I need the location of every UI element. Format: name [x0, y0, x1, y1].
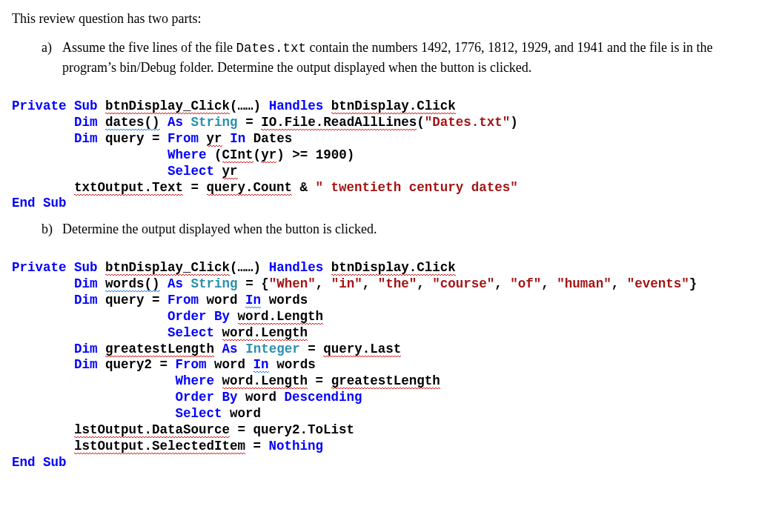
- kw: Dim: [74, 131, 98, 146]
- expr: query.Count: [207, 180, 293, 196]
- type: String: [191, 115, 238, 130]
- fn: CInt: [222, 147, 253, 163]
- paren: ): [510, 115, 518, 130]
- params: (……): [230, 260, 261, 275]
- var: greatestLength: [105, 342, 214, 357]
- string: "human": [557, 276, 611, 291]
- kw: Where: [176, 373, 215, 388]
- kw: From: [168, 293, 199, 307]
- kw: Dim: [74, 293, 98, 307]
- string: "Dates.txt": [425, 115, 511, 130]
- kw: Sub: [74, 260, 98, 275]
- var: yr: [261, 147, 276, 163]
- eq: =: [300, 342, 324, 356]
- string: "of": [510, 276, 541, 291]
- method-name: btnDisplay_Click: [105, 260, 230, 276]
- var: words: [269, 357, 316, 372]
- expr: word.Length: [238, 309, 324, 325]
- kw: Dim: [74, 115, 98, 130]
- method-name: btnDisplay_Click: [105, 99, 230, 114]
- expr: query.Last: [323, 342, 401, 357]
- kw: Nothing: [269, 439, 324, 453]
- string: "events": [627, 276, 689, 291]
- var: words(): [105, 276, 160, 292]
- event: btnDisplay.Click: [331, 260, 456, 276]
- type: Integer: [245, 342, 300, 356]
- var: greatestLength: [331, 373, 440, 389]
- kw: Handles: [269, 99, 324, 113]
- op: &: [292, 180, 316, 195]
- kw: From: [168, 131, 199, 146]
- paren: (: [214, 147, 222, 162]
- type: String: [191, 276, 238, 291]
- eq: =: [183, 180, 207, 195]
- code-block-a: Private Sub btnDisplay_Click(……) Handles…: [12, 82, 747, 212]
- comma: ,: [611, 276, 627, 291]
- comma: ,: [417, 276, 432, 291]
- kw: Private: [12, 99, 67, 113]
- prop: lstOutput.DataSource: [74, 422, 230, 438]
- kw: In: [253, 357, 269, 373]
- var: query =: [105, 131, 168, 146]
- part-b: b) Determine the output displayed when t…: [42, 219, 747, 239]
- code-block-b: Private Sub btnDisplay_Click(……) Handles…: [12, 244, 747, 471]
- comma: ,: [494, 276, 510, 291]
- var: query2 =: [105, 357, 176, 372]
- comma: ,: [541, 276, 557, 291]
- kw: Private: [12, 260, 67, 275]
- string: "When": [269, 276, 316, 291]
- var: word: [207, 293, 246, 307]
- intro-text: This review question has two parts:: [12, 9, 747, 29]
- comma: ,: [362, 276, 378, 291]
- var: word: [238, 390, 285, 405]
- kw: As: [168, 115, 183, 130]
- kw: In: [230, 131, 245, 146]
- kw: Descending: [285, 390, 362, 405]
- part-a: a) Assume the five lines of the file Dat…: [42, 38, 747, 78]
- var: dates(): [105, 115, 160, 130]
- kw: As: [168, 276, 183, 291]
- kw: Select: [168, 164, 214, 179]
- var: yr: [207, 131, 222, 147]
- part-a-text: Assume the five lines of the file Dates.…: [62, 38, 747, 78]
- string: " twentieth century dates": [316, 180, 518, 195]
- paren: ): [276, 147, 285, 162]
- paren: (: [253, 147, 262, 162]
- eq: =: [245, 439, 269, 453]
- eq: =: [308, 373, 331, 388]
- var: word: [214, 357, 253, 372]
- var: words: [261, 293, 308, 307]
- var: word: [222, 406, 262, 421]
- paren: (: [417, 115, 425, 130]
- kw: In: [245, 293, 261, 308]
- kw: Dim: [74, 357, 98, 372]
- params: (……): [230, 99, 261, 113]
- var: Dates: [253, 131, 293, 146]
- event: btnDisplay.Click: [331, 99, 456, 114]
- kw: Sub: [43, 455, 67, 470]
- eq: = {: [238, 276, 269, 291]
- string: "course": [432, 276, 494, 291]
- expr: word.Length: [222, 373, 308, 389]
- prop: txtOutput.Text: [74, 180, 183, 196]
- kw: From: [176, 357, 207, 372]
- part-a-pre: Assume the five lines of the file: [62, 40, 236, 55]
- kw: Dim: [74, 276, 98, 291]
- kw: Select: [176, 406, 222, 421]
- expr: word.Length: [222, 325, 308, 341]
- kw: Select: [168, 325, 214, 340]
- part-a-label: a): [42, 38, 62, 78]
- part-b-label: b): [42, 219, 62, 239]
- method: IO.File.ReadAllLines: [261, 115, 417, 130]
- string: "the": [378, 276, 417, 291]
- string: "in": [331, 276, 362, 291]
- eq: =: [238, 115, 262, 130]
- kw: Order By: [168, 309, 230, 324]
- kw: Sub: [43, 196, 67, 210]
- var: yr: [222, 164, 238, 179]
- kw: Dim: [74, 342, 98, 356]
- cond: >= 1900): [285, 147, 355, 162]
- kw: Handles: [269, 260, 324, 275]
- kw: End: [12, 196, 36, 210]
- kw: As: [222, 342, 238, 356]
